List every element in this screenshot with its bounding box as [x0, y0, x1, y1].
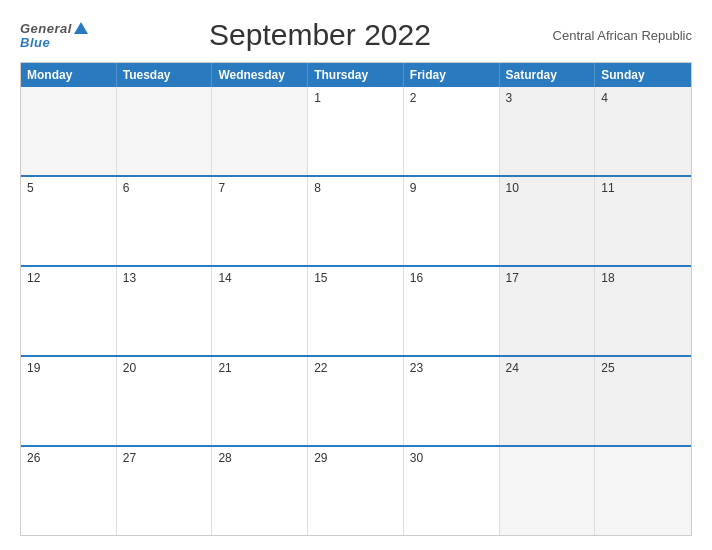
calendar-cell	[117, 87, 213, 175]
calendar-cell: 7	[212, 177, 308, 265]
calendar-cell: 23	[404, 357, 500, 445]
calendar-cell: 29	[308, 447, 404, 535]
logo: General Blue	[20, 22, 88, 49]
calendar-week-4: 19202122232425	[21, 355, 691, 445]
day-number: 5	[27, 181, 110, 195]
day-number: 6	[123, 181, 206, 195]
calendar-cell: 11	[595, 177, 691, 265]
calendar-cell: 4	[595, 87, 691, 175]
calendar-cell: 30	[404, 447, 500, 535]
day-number: 7	[218, 181, 301, 195]
day-number: 24	[506, 361, 589, 375]
calendar-page: General Blue September 2022 Central Afri…	[0, 0, 712, 550]
calendar-cell	[212, 87, 308, 175]
header-day-wednesday: Wednesday	[212, 63, 308, 87]
calendar-cell: 15	[308, 267, 404, 355]
calendar-cell: 8	[308, 177, 404, 265]
day-number: 12	[27, 271, 110, 285]
calendar-cell: 26	[21, 447, 117, 535]
day-number: 29	[314, 451, 397, 465]
calendar-cell: 10	[500, 177, 596, 265]
day-number: 10	[506, 181, 589, 195]
calendar-cell	[500, 447, 596, 535]
logo-blue: Blue	[20, 36, 50, 49]
day-number: 18	[601, 271, 685, 285]
country-name: Central African Republic	[552, 28, 692, 43]
calendar-cell: 13	[117, 267, 213, 355]
calendar-week-3: 12131415161718	[21, 265, 691, 355]
calendar-cell: 2	[404, 87, 500, 175]
calendar-cell: 14	[212, 267, 308, 355]
day-number: 28	[218, 451, 301, 465]
day-number: 3	[506, 91, 589, 105]
calendar-cell: 16	[404, 267, 500, 355]
calendar-cell: 21	[212, 357, 308, 445]
logo-general: General	[20, 22, 72, 35]
calendar-week-2: 567891011	[21, 175, 691, 265]
header-day-sunday: Sunday	[595, 63, 691, 87]
day-number: 30	[410, 451, 493, 465]
day-number: 14	[218, 271, 301, 285]
day-number: 20	[123, 361, 206, 375]
day-number: 22	[314, 361, 397, 375]
day-number: 23	[410, 361, 493, 375]
calendar-cell: 25	[595, 357, 691, 445]
day-number: 2	[410, 91, 493, 105]
calendar-cell: 19	[21, 357, 117, 445]
day-number: 13	[123, 271, 206, 285]
calendar-week-5: 2627282930	[21, 445, 691, 535]
calendar-cell: 24	[500, 357, 596, 445]
day-number: 9	[410, 181, 493, 195]
header-day-saturday: Saturday	[500, 63, 596, 87]
day-number: 1	[314, 91, 397, 105]
calendar-cell: 28	[212, 447, 308, 535]
calendar-header: MondayTuesdayWednesdayThursdayFridaySatu…	[21, 63, 691, 87]
calendar-cell: 22	[308, 357, 404, 445]
calendar-cell: 6	[117, 177, 213, 265]
day-number: 26	[27, 451, 110, 465]
day-number: 15	[314, 271, 397, 285]
calendar-cell: 12	[21, 267, 117, 355]
calendar-cell: 5	[21, 177, 117, 265]
calendar-cell: 20	[117, 357, 213, 445]
day-number: 17	[506, 271, 589, 285]
day-number: 8	[314, 181, 397, 195]
header-day-friday: Friday	[404, 63, 500, 87]
header: General Blue September 2022 Central Afri…	[20, 18, 692, 52]
day-number: 11	[601, 181, 685, 195]
calendar-cell: 27	[117, 447, 213, 535]
day-number: 19	[27, 361, 110, 375]
day-number: 27	[123, 451, 206, 465]
day-number: 4	[601, 91, 685, 105]
day-number: 21	[218, 361, 301, 375]
header-day-thursday: Thursday	[308, 63, 404, 87]
calendar-cell: 18	[595, 267, 691, 355]
day-number: 16	[410, 271, 493, 285]
calendar-cell	[595, 447, 691, 535]
header-day-tuesday: Tuesday	[117, 63, 213, 87]
calendar-cell: 1	[308, 87, 404, 175]
calendar-week-1: 1234	[21, 87, 691, 175]
calendar-body: 1234567891011121314151617181920212223242…	[21, 87, 691, 535]
calendar-cell	[21, 87, 117, 175]
calendar-cell: 17	[500, 267, 596, 355]
month-title: September 2022	[88, 18, 552, 52]
calendar: MondayTuesdayWednesdayThursdayFridaySatu…	[20, 62, 692, 536]
header-day-monday: Monday	[21, 63, 117, 87]
logo-triangle-icon	[74, 22, 88, 34]
calendar-cell: 3	[500, 87, 596, 175]
calendar-cell: 9	[404, 177, 500, 265]
day-number: 25	[601, 361, 685, 375]
